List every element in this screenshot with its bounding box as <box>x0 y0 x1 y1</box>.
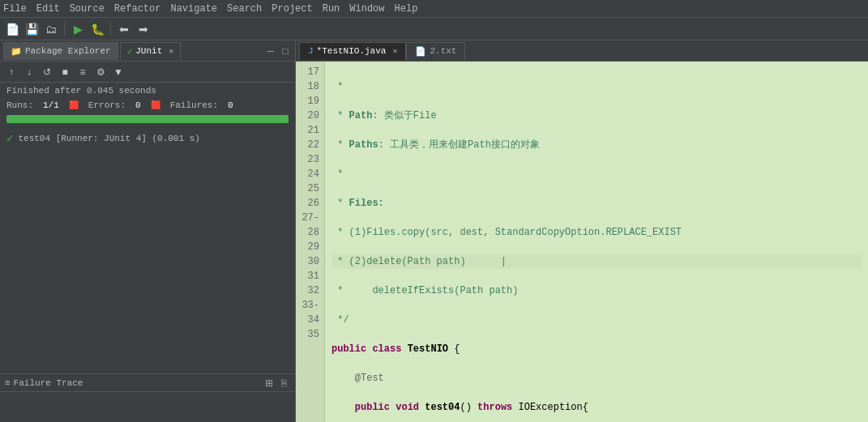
tab-junit-label: JUnit <box>135 46 162 56</box>
failures-label: Failures: <box>170 100 218 110</box>
line-num-27: 27- <box>301 211 319 225</box>
editor-tab-2txt[interactable]: 📄 2.txt <box>406 42 465 60</box>
menu-search[interactable]: Search <box>227 3 262 15</box>
failure-trace-label: Failure Trace <box>14 378 83 388</box>
junit-icon: ✓ <box>127 46 133 57</box>
line-num-28: 28 <box>301 225 319 240</box>
runs-value: 1/1 <box>43 100 59 110</box>
line-num-18: 18 <box>301 79 319 94</box>
trace-copy-btn[interactable]: ⎘ <box>277 377 290 390</box>
view-menu-btn[interactable]: ▼ <box>110 64 126 80</box>
code-line-17: * <box>331 79 862 94</box>
line-num-19: 19 <box>301 94 319 109</box>
toolbar-save-all-btn[interactable]: 🗂 <box>42 20 60 38</box>
errors-icon: 🟥 <box>69 100 79 110</box>
line-num-33: 33- <box>301 298 319 313</box>
code-line-21: * Files: <box>331 196 862 211</box>
package-explorer-icon: 📁 <box>11 46 22 57</box>
line-num-25: 25 <box>301 181 319 196</box>
code-line-24: * deleteIfExists(Path path) <box>331 283 862 298</box>
code-line-25: */ <box>331 313 862 327</box>
editor-tab-testnio-label: *TestNIO.java <box>317 46 387 56</box>
menu-project[interactable]: Project <box>272 3 312 15</box>
maximize-btn[interactable]: □ <box>279 45 292 58</box>
code-line-19: * Paths: 工具类，用来创建Path接口的对象 <box>331 138 862 152</box>
menu-file[interactable]: File <box>3 3 27 15</box>
line-numbers: 17 18 19 20 21 22 23 24 25 26 27- 28 29 … <box>296 62 325 422</box>
failure-trace-panel: ≡ Failure Trace ⊞ ⎘ <box>0 373 295 422</box>
menu-window[interactable]: Window <box>349 3 384 15</box>
left-tab-controls: ─ □ <box>264 45 292 58</box>
line-num-26: 26 <box>301 196 319 211</box>
failure-trace-icon: ≡ <box>5 378 11 388</box>
tab-junit-close[interactable]: ✕ <box>169 46 173 56</box>
editor-tab-2txt-label: 2.txt <box>430 46 456 56</box>
rerun-btn[interactable]: ↺ <box>39 64 55 80</box>
status-text: Finished after 0.045 seconds <box>6 86 156 96</box>
code-content[interactable]: * * Path: 类似于File * Paths: 工具类，用来创建Path接… <box>325 62 868 422</box>
toolbar-fwd-btn[interactable]: ➡ <box>135 20 152 38</box>
line-num-23: 23 <box>301 152 319 167</box>
collapse-btn[interactable]: ≡ <box>75 64 91 80</box>
runs-label: Runs: <box>6 100 33 110</box>
code-line-27: @Test <box>331 371 862 386</box>
minimize-btn[interactable]: ─ <box>264 45 277 58</box>
line-num-17: 17 <box>301 65 319 79</box>
toolbar-back-btn[interactable]: ⬅ <box>115 20 133 38</box>
line-num-31: 31 <box>301 269 319 283</box>
line-num-20: 20 <box>301 109 319 123</box>
left-tab-bar: 📁 Package Explorer ✓ JUnit ✕ ─ □ <box>0 40 295 62</box>
stop-btn[interactable]: ■ <box>57 64 73 80</box>
runs-bar: Runs: 1/1 🟥 Errors: 0 🟥 Failures: 0 <box>0 99 295 112</box>
menu-edit[interactable]: Edit <box>36 3 60 15</box>
menu-run[interactable]: Run <box>323 3 340 15</box>
editor-tab-testnio-close[interactable]: ✕ <box>392 46 397 56</box>
next-btn[interactable]: ↓ <box>21 64 37 80</box>
test-status: Finished after 0.045 seconds <box>0 83 295 99</box>
test-item-label: test04 [Runner: JUnit 4] (0.001 s) <box>18 134 199 143</box>
list-item[interactable]: ✓ test04 [Runner: JUnit 4] (0.001 s) <box>3 130 292 147</box>
code-line-23: * (2)delete(Path path) | <box>331 254 862 269</box>
toolbar: 📄 💾 🗂 ▶ 🐛 ⬅ ➡ <box>0 18 868 40</box>
menubar: File Edit Source Refactor Navigate Searc… <box>0 0 868 18</box>
menu-help[interactable]: Help <box>395 3 418 15</box>
toolbar-new-btn[interactable]: 📄 <box>3 20 21 38</box>
toolbar-save-btn[interactable]: 💾 <box>23 20 41 38</box>
main-layout: 📁 Package Explorer ✓ JUnit ✕ ─ □ ↑ ↓ ↺ ■… <box>0 40 868 422</box>
editor-tab-bar: J *TestNIO.java ✕ 📄 2.txt <box>296 40 868 62</box>
failures-icon: 🟥 <box>151 100 160 110</box>
progress-container <box>6 115 289 123</box>
failures-value: 0 <box>228 100 233 110</box>
code-line-28: public void test04() throws IOException{ <box>331 400 862 415</box>
left-panel: 📁 Package Explorer ✓ JUnit ✕ ─ □ ↑ ↓ ↺ ■… <box>0 40 296 422</box>
tab-package-explorer-label: Package Explorer <box>25 46 111 56</box>
code-line-18: * Path: 类似于File <box>331 109 862 123</box>
menu-refactor[interactable]: Refactor <box>114 3 161 15</box>
line-num-22: 22 <box>301 138 319 152</box>
code-line-20: * <box>331 167 862 181</box>
errors-label: Errors: <box>88 100 126 110</box>
tab-package-explorer[interactable]: 📁 Package Explorer <box>3 42 118 60</box>
toolbar-sep-2 <box>110 22 111 36</box>
code-line-26: public class TestNIO { <box>331 342 862 356</box>
toolbar-run-btn[interactable]: ▶ <box>69 20 87 38</box>
code-area: 17 18 19 20 21 22 23 24 25 26 27- 28 29 … <box>296 62 868 422</box>
test-list: ✓ test04 [Runner: JUnit 4] (0.001 s) <box>0 126 295 373</box>
line-num-34: 34 <box>301 313 319 327</box>
line-num-32: 32 <box>301 283 319 298</box>
trace-expand-btn[interactable]: ⊞ <box>263 377 276 390</box>
failure-trace-header: ≡ Failure Trace ⊞ ⎘ <box>0 374 295 392</box>
menu-navigate[interactable]: Navigate <box>170 3 217 15</box>
line-num-30: 30 <box>301 254 319 269</box>
menu-source[interactable]: Source <box>70 3 105 15</box>
failure-trace-content <box>0 392 295 399</box>
toolbar-sep-1 <box>64 22 65 36</box>
prev-btn[interactable]: ↑ <box>3 64 19 80</box>
tab-junit[interactable]: ✓ JUnit ✕ <box>120 42 182 60</box>
toolbar-debug-btn[interactable]: 🐛 <box>88 20 106 38</box>
editor-tab-testnio[interactable]: J *TestNIO.java ✕ <box>299 42 406 60</box>
test-pass-icon: ✓ <box>6 131 13 145</box>
errors-value: 0 <box>135 100 141 110</box>
junit-toolbar: ↑ ↓ ↺ ■ ≡ ⚙ ▼ <box>0 62 295 83</box>
settings-btn[interactable]: ⚙ <box>92 64 109 80</box>
